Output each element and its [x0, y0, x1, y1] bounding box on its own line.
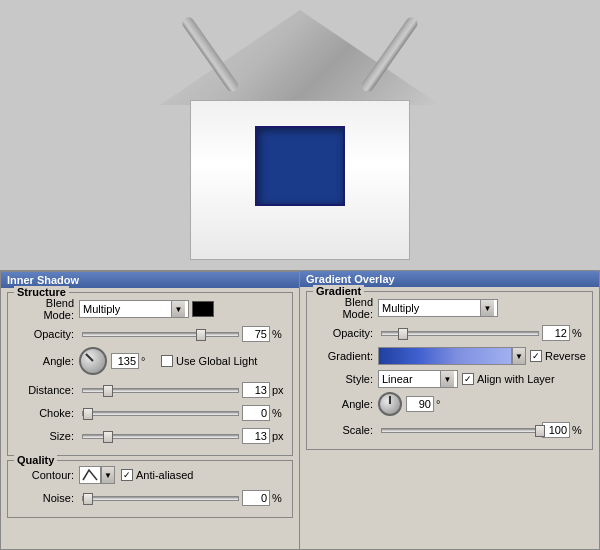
style-value: Linear [382, 373, 440, 385]
choke-thumb[interactable] [83, 408, 93, 420]
gradient-field-row: Gradient: ▼ ✓ Reverse [313, 346, 586, 366]
grad-blend-mode-arrow[interactable]: ▼ [480, 300, 494, 316]
grad-opacity-label: Opacity: [313, 327, 378, 339]
opacity-row: Opacity: 75 % [14, 324, 286, 344]
contour-dropdown-arrow[interactable]: ▼ [101, 466, 115, 484]
angle-value[interactable]: 135 [111, 353, 139, 369]
distance-value[interactable]: 13 [242, 382, 270, 398]
blend-mode-arrow[interactable]: ▼ [171, 301, 185, 317]
noise-row: Noise: 0 % [14, 488, 286, 508]
gradient-dropdown-arrow[interactable]: ▼ [512, 347, 526, 365]
contour-label: Contour: [14, 469, 79, 481]
style-arrow[interactable]: ▼ [440, 371, 454, 387]
size-label: Size: [14, 430, 79, 442]
size-value[interactable]: 13 [242, 428, 270, 444]
scale-value[interactable]: 100 [542, 422, 570, 438]
choke-value[interactable]: 0 [242, 405, 270, 421]
style-row: Style: Linear ▼ ✓ Align with Layer [313, 369, 586, 389]
grad-blend-mode-row: Blend Mode: Multiply ▼ [313, 296, 586, 320]
angle-row: Angle: 135 ° Use Global Light [14, 347, 286, 375]
align-with-layer-checkbox[interactable]: ✓ [462, 373, 474, 385]
blend-mode-value: Multiply [83, 303, 171, 315]
grad-angle-needle [389, 396, 391, 404]
distance-row: Distance: 13 px [14, 380, 286, 400]
angle-label: Angle: [14, 355, 79, 367]
align-with-layer-label: Align with Layer [477, 373, 555, 385]
grad-angle-unit: ° [434, 398, 450, 410]
reverse-checkbox[interactable]: ✓ [530, 350, 542, 362]
grad-opacity-slider[interactable] [381, 331, 539, 336]
gradient-section-label: Gradient [313, 285, 364, 297]
structure-section: Structure Blend Mode: Multiply ▼ Opacity… [7, 292, 293, 456]
distance-thumb[interactable] [103, 385, 113, 397]
grad-blend-mode-dropdown[interactable]: Multiply ▼ [378, 299, 498, 317]
gradient-section: Gradient Blend Mode: Multiply ▼ Opacity:… [306, 291, 593, 450]
grad-opacity-unit: % [570, 327, 586, 339]
style-dropdown[interactable]: Linear ▼ [378, 370, 458, 388]
grad-opacity-value[interactable]: 12 [542, 325, 570, 341]
grad-blend-mode-value: Multiply [382, 302, 480, 314]
opacity-unit: % [270, 328, 286, 340]
structure-label: Structure [14, 286, 69, 298]
noise-thumb[interactable] [83, 493, 93, 505]
blend-mode-label: Blend Mode: [14, 297, 79, 321]
use-global-light-checkbox[interactable] [161, 355, 173, 367]
size-row: Size: 13 px [14, 426, 286, 446]
roof [160, 10, 440, 105]
quality-section: Quality Contour: ▼ ✓ Anti-aliased Noise: [7, 460, 293, 518]
inner-shadow-panel: Inner Shadow Structure Blend Mode: Multi… [0, 270, 300, 550]
use-global-light-row: Use Global Light [161, 355, 257, 367]
anti-aliased-checkbox[interactable]: ✓ [121, 469, 133, 481]
choke-slider[interactable] [82, 411, 239, 416]
grad-opacity-thumb[interactable] [398, 328, 408, 340]
scale-slider[interactable] [381, 428, 539, 433]
scale-label: Scale: [313, 424, 378, 436]
style-label: Style: [313, 373, 378, 385]
noise-unit: % [270, 492, 286, 504]
distance-unit: px [270, 384, 286, 396]
grad-blend-mode-label: Blend Mode: [313, 296, 378, 320]
house-window [255, 126, 345, 206]
grad-angle-value[interactable]: 90 [406, 396, 434, 412]
reverse-row: ✓ Reverse [530, 350, 586, 362]
use-global-light-label: Use Global Light [176, 355, 257, 367]
opacity-label: Opacity: [14, 328, 79, 340]
blend-mode-row: Blend Mode: Multiply ▼ [14, 297, 286, 321]
anti-aliased-label: Anti-aliased [136, 469, 193, 481]
grad-angle-dial[interactable] [378, 392, 402, 416]
noise-value[interactable]: 0 [242, 490, 270, 506]
distance-label: Distance: [14, 384, 79, 396]
scale-row: Scale: 100 % [313, 420, 586, 440]
size-unit: px [270, 430, 286, 442]
contour-row: Contour: ▼ ✓ Anti-aliased [14, 465, 286, 485]
noise-slider[interactable] [82, 496, 239, 501]
contour-icon [81, 468, 99, 482]
align-with-layer-row: ✓ Align with Layer [462, 373, 555, 385]
quality-label: Quality [14, 454, 57, 466]
house-illustration [160, 10, 440, 260]
opacity-slider[interactable] [82, 332, 239, 337]
angle-unit: ° [139, 355, 155, 367]
angle-dial[interactable] [79, 347, 107, 375]
grad-angle-row: Angle: 90 ° [313, 392, 586, 416]
scale-unit: % [570, 424, 586, 436]
grad-opacity-row: Opacity: 12 % [313, 323, 586, 343]
blend-mode-dropdown[interactable]: Multiply ▼ [79, 300, 189, 318]
contour-preview[interactable] [79, 466, 101, 484]
choke-row: Choke: 0 % [14, 403, 286, 423]
size-slider[interactable] [82, 434, 239, 439]
opacity-thumb[interactable] [196, 329, 206, 341]
size-thumb[interactable] [103, 431, 113, 443]
house-body [190, 100, 410, 260]
gradient-field-label: Gradient: [313, 350, 378, 362]
choke-label: Choke: [14, 407, 79, 419]
reverse-label: Reverse [545, 350, 586, 362]
scale-thumb[interactable] [535, 425, 545, 437]
distance-slider[interactable] [82, 388, 239, 393]
anti-aliased-row: ✓ Anti-aliased [121, 469, 193, 481]
grad-angle-label: Angle: [313, 398, 378, 410]
gradient-preview[interactable] [378, 347, 512, 365]
angle-needle [85, 353, 93, 361]
shadow-color-swatch[interactable] [192, 301, 214, 317]
opacity-value[interactable]: 75 [242, 326, 270, 342]
